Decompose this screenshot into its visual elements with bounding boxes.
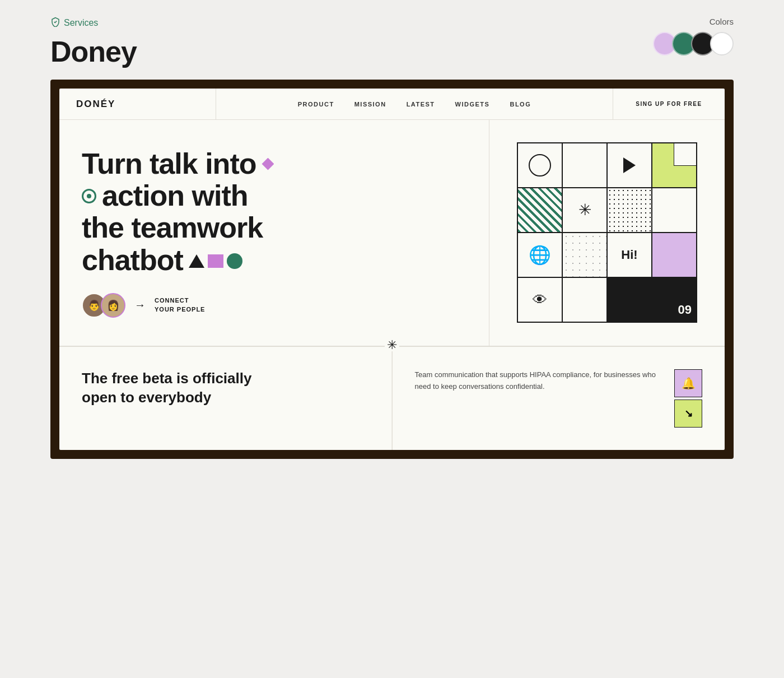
grid-cell-2-2: ✳ <box>562 188 607 233</box>
swatch-white[interactable] <box>710 32 734 55</box>
site-cta-button[interactable]: SING UP FOR FREE <box>636 101 702 107</box>
bottom-right-text: Team communication that supports HIPAA c… <box>415 369 664 393</box>
arrow-right-icon: → <box>134 299 146 312</box>
colors-section: Colors <box>653 17 734 55</box>
headline-text-1: Turn talk into <box>82 148 256 180</box>
play-arrow <box>623 157 636 173</box>
grid-cell-2-4 <box>652 188 697 233</box>
headline-text-3: the teamwork <box>82 212 263 244</box>
brand-section: Services Doney <box>50 17 137 68</box>
shield-icon <box>50 17 60 29</box>
bottom-icons: 🔔 ↘ <box>674 369 702 428</box>
circle-outline <box>529 154 551 177</box>
bell-icon: 🔔 <box>682 377 696 390</box>
star-burst: ✳ <box>578 202 591 218</box>
circle-teal <box>227 253 242 269</box>
grid-cell-4-3: 09 <box>607 277 697 322</box>
preview-inner: DONÉY PRODUCT MISSION LATEST WIDGETS BLO… <box>59 89 725 450</box>
nav-link-widgets[interactable]: WIDGETS <box>455 101 490 108</box>
bell-icon-box: 🔔 <box>674 369 702 397</box>
nav-link-product[interactable]: PRODUCT <box>298 101 334 108</box>
services-label: Services <box>64 18 98 28</box>
grid-artwork: ✳ 🌐 Hi! 👁 <box>517 142 697 323</box>
target-icon <box>82 189 96 203</box>
diamond-shape <box>262 158 274 170</box>
nav-link-latest[interactable]: LATEST <box>407 101 435 108</box>
num-text: 09 <box>678 303 692 317</box>
hero-right: ✳ 🌐 Hi! 👁 <box>489 120 725 346</box>
headline-text-4: chatbot <box>82 244 183 276</box>
globe-icon: 🌐 <box>529 244 551 266</box>
bottom-left-text: The free beta is officiallyopen to every… <box>82 369 370 407</box>
grid-cell-2-1 <box>517 188 562 233</box>
arrow-diagonal-icon: ↘ <box>684 407 693 420</box>
services-badge: Services <box>50 17 137 29</box>
eye-icon: 👁 <box>533 291 547 309</box>
star-divider: ✳ <box>385 339 399 351</box>
grid-cell-1-1 <box>517 143 562 188</box>
preview-wrapper: DONÉY PRODUCT MISSION LATEST WIDGETS BLO… <box>50 80 734 459</box>
brand-title: Doney <box>50 35 137 68</box>
site-cta-area: SING UP FOR FREE <box>613 89 725 119</box>
grid-cell-3-4 <box>652 233 697 277</box>
grid-cell-3-3: Hi! <box>607 233 652 277</box>
grid-cell-2-3 <box>607 188 652 233</box>
grid-cell-4-2 <box>562 277 607 322</box>
color-swatches <box>653 32 734 55</box>
site-nav-links: PRODUCT MISSION LATEST WIDGETS BLOG <box>216 89 613 119</box>
triangle-shape <box>189 254 204 268</box>
site-logo-area: DONÉY <box>59 89 216 119</box>
nav-link-mission[interactable]: MISSION <box>354 101 386 108</box>
grid-cell-3-2 <box>562 233 607 277</box>
grid-cell-3-1: 🌐 <box>517 233 562 277</box>
grid-cell-1-3 <box>607 143 652 188</box>
connect-text: CONNECTYOUR PEOPLE <box>155 296 205 314</box>
hero-connect: 👨 👩 → CONNECTYOUR PEOPLE <box>82 293 466 318</box>
vert-divider-line <box>392 347 393 450</box>
site-logo: DONÉY <box>76 99 115 110</box>
bottom-right: Team communication that supports HIPAA c… <box>393 347 725 450</box>
avatars: 👨 👩 <box>82 293 125 318</box>
top-bar: Services Doney Colors <box>0 0 784 80</box>
grid-cell-1-2 <box>562 143 607 188</box>
hero-headline: Turn talk into action with the teamwork … <box>82 148 466 276</box>
nav-link-blog[interactable]: BLOG <box>510 101 531 108</box>
inline-shapes <box>189 253 242 269</box>
grid-cell-1-4 <box>652 143 697 188</box>
bottom-left: The free beta is officiallyopen to every… <box>59 347 393 450</box>
hi-text: Hi! <box>621 248 637 262</box>
hero-section: Turn talk into action with the teamwork … <box>59 120 725 346</box>
avatar-woman: 👩 <box>101 293 125 318</box>
rect-lavender <box>208 254 223 268</box>
colors-label: Colors <box>710 17 734 26</box>
site-nav: DONÉY PRODUCT MISSION LATEST WIDGETS BLO… <box>59 89 725 120</box>
hero-left: Turn talk into action with the teamwork … <box>59 120 489 346</box>
headline-text-2: action with <box>102 180 248 212</box>
arrow-diag-box: ↘ <box>674 400 702 428</box>
grid-cell-4-1: 👁 <box>517 277 562 322</box>
bottom-section: ✳ The free beta is officiallyopen to eve… <box>59 346 725 450</box>
